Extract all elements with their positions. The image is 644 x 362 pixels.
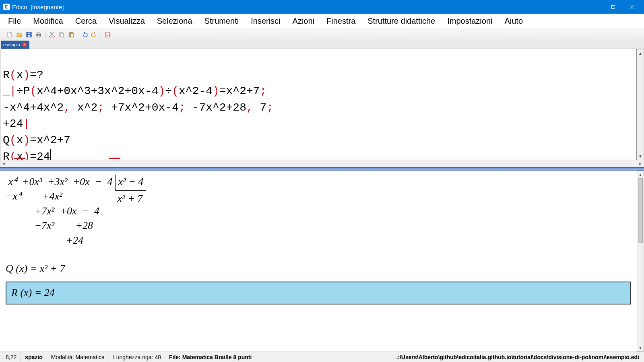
svg-rect-1 xyxy=(611,5,615,8)
copy-icon[interactable] xyxy=(57,30,66,39)
paste-icon[interactable] xyxy=(67,30,76,39)
open-folder-icon[interactable] xyxy=(15,30,24,39)
editor-vertical-scrollbar[interactable]: ▲ ▼ xyxy=(637,49,644,160)
menu-strumenti[interactable]: Strumenti xyxy=(199,15,245,27)
scroll-right-icon[interactable]: ▶ xyxy=(639,161,642,166)
titlebar: E Edico [Insegnante] xyxy=(0,0,644,14)
tabstrip: esempio × xyxy=(0,40,644,49)
cut-icon[interactable] xyxy=(47,30,56,39)
menu-file[interactable]: File xyxy=(2,15,27,27)
menubar: File Modifica Cerca Visualizza Seleziona… xyxy=(0,14,644,29)
pdf-icon[interactable]: PDF xyxy=(103,30,112,39)
svg-marker-22 xyxy=(94,32,95,34)
menu-modifica[interactable]: Modifica xyxy=(27,15,68,27)
menu-inserisci[interactable]: Inserisci xyxy=(245,15,286,27)
preview-vertical-scrollbar[interactable]: ▲ ▼ xyxy=(637,171,644,352)
svg-rect-10 xyxy=(37,33,40,34)
status-filetype: File: Matematica Braille 8 punti xyxy=(165,352,256,362)
undo-icon[interactable] xyxy=(80,30,89,39)
status-position: 8,22 xyxy=(2,352,21,362)
app-window: E Edico [Insegnante] File Modifica Cerca… xyxy=(0,0,644,362)
toolbar: PDF xyxy=(0,29,644,40)
redo-icon[interactable] xyxy=(90,30,99,39)
menu-finestra[interactable]: Finestra xyxy=(321,15,361,27)
scroll-down-icon[interactable]: ▼ xyxy=(637,344,644,351)
tab-label: esempio xyxy=(3,42,20,47)
svg-rect-7 xyxy=(28,35,30,37)
menu-seleziona[interactable]: Seleziona xyxy=(151,15,198,27)
tab-esempio[interactable]: esempio × xyxy=(1,41,29,49)
status-length: Lunghezza riga: 40 xyxy=(109,352,165,362)
svg-rect-20 xyxy=(71,34,73,37)
menu-aiuto[interactable]: Aiuto xyxy=(499,15,528,27)
minimize-button[interactable] xyxy=(585,0,604,14)
source-editor[interactable]: R(x)=? _|÷P(x^4+0x^3+3x^2+0x-4)÷(x^2-4)=… xyxy=(0,49,637,160)
editor-area: R(x)=? _|÷P(x^4+0x^3+3x^2+0x-4)÷(x^2-4)=… xyxy=(0,49,644,160)
save-icon[interactable] xyxy=(25,30,33,39)
preview-pane: x⁴ +0x³ +3x² +0x − 4 −x⁴ +4x² +7x² +0x −… xyxy=(0,171,644,352)
status-key: spazio xyxy=(21,352,47,362)
svg-rect-17 xyxy=(61,33,64,37)
menu-azioni[interactable]: Azioni xyxy=(287,15,320,27)
remainder-highlight: R (x) = 24 xyxy=(6,282,631,304)
tab-close-icon[interactable]: × xyxy=(22,42,27,47)
preview-content: x⁴ +0x³ +3x² +0x − 4 −x⁴ +4x² +7x² +0x −… xyxy=(0,171,637,352)
scroll-left-icon[interactable]: ◀ xyxy=(2,161,5,166)
new-file-icon[interactable] xyxy=(5,30,14,39)
svg-rect-11 xyxy=(37,35,40,37)
svg-rect-19 xyxy=(70,32,72,33)
splitter[interactable] xyxy=(0,167,644,171)
menu-visualizza[interactable]: Visualizza xyxy=(103,15,151,27)
maximize-button[interactable] xyxy=(604,0,622,14)
editor-horizontal-scrollbar[interactable]: ◀ ▶ xyxy=(0,160,644,167)
svg-rect-8 xyxy=(28,33,30,34)
menu-strutture[interactable]: Strutture didattiche xyxy=(362,15,441,27)
svg-text:PDF: PDF xyxy=(106,34,111,37)
long-division-body: x⁴ +0x³ +3x² +0x − 4 −x⁴ +4x² +7x² +0x −… xyxy=(6,175,112,248)
app-title: Edico [Insegnante] xyxy=(12,4,64,10)
text-cursor xyxy=(50,149,51,160)
scroll-up-icon[interactable]: ▲ xyxy=(637,171,644,178)
menu-cerca[interactable]: Cerca xyxy=(70,15,102,27)
long-division-divisor: x² − 4 x² + 7 xyxy=(115,175,146,206)
print-icon[interactable] xyxy=(34,30,43,39)
menu-impostazioni[interactable]: Impostazioni xyxy=(442,15,498,27)
scrollbar-thumb[interactable] xyxy=(638,178,643,243)
status-filepath: .:\Users\Alberto\github\edicoitalia.gith… xyxy=(393,354,642,360)
quotient-line: Q (x) = x² + 7 xyxy=(6,261,631,276)
svg-marker-21 xyxy=(83,32,85,34)
scroll-down-icon[interactable]: ▼ xyxy=(637,152,644,160)
status-mode: Modalità: Matematica xyxy=(47,352,109,362)
statusbar: 8,22 spazio Modalità: Matematica Lunghez… xyxy=(0,352,644,362)
scroll-up-icon[interactable]: ▲ xyxy=(637,49,644,57)
app-icon: E xyxy=(3,4,10,10)
close-button[interactable] xyxy=(622,0,641,14)
